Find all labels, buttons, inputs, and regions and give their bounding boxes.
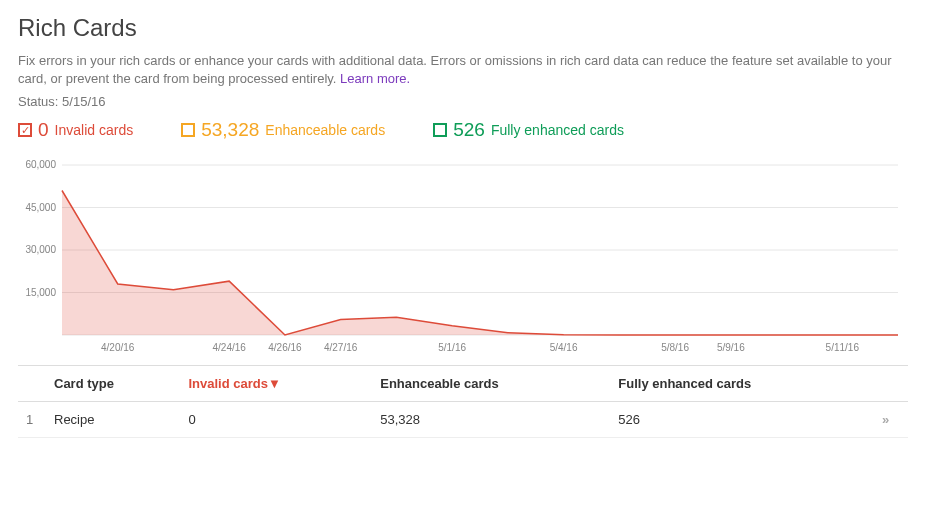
cell-enhanceable: 53,328: [372, 402, 610, 438]
table-header-row: Card type Invalid cards▼ Enhanceable car…: [18, 366, 908, 402]
svg-text:5/1/16: 5/1/16: [438, 342, 466, 353]
svg-text:15,000: 15,000: [25, 287, 56, 298]
desc-text: Fix errors in your rich cards or enhance…: [18, 53, 892, 86]
cell-card-type: Recipe: [46, 402, 180, 438]
col-card-type[interactable]: Card type: [46, 366, 180, 402]
legend-invalid-label: Invalid cards: [55, 122, 134, 138]
col-full[interactable]: Fully enhanced cards: [610, 366, 874, 402]
legend-full[interactable]: 526 Fully enhanced cards: [433, 119, 624, 141]
legend: ✓ 0 Invalid cards 53,328 Enhanceable car…: [18, 119, 908, 141]
svg-text:5/4/16: 5/4/16: [550, 342, 578, 353]
col-enhanceable[interactable]: Enhanceable cards: [372, 366, 610, 402]
chart-svg: 15,00030,00045,00060,0004/20/164/24/164/…: [18, 157, 908, 357]
status-date: Status: 5/15/16: [18, 94, 908, 109]
sort-desc-icon: ▼: [268, 376, 281, 391]
col-invalid-label: Invalid cards: [188, 376, 267, 391]
cell-invalid: 0: [180, 402, 372, 438]
legend-enhanceable-count: 53,328: [201, 119, 259, 141]
table-row[interactable]: 1Recipe053,328526»: [18, 402, 908, 438]
row-expand-icon[interactable]: »: [874, 402, 908, 438]
legend-invalid[interactable]: ✓ 0 Invalid cards: [18, 119, 133, 141]
svg-text:5/11/16: 5/11/16: [826, 342, 860, 353]
page-description: Fix errors in your rich cards or enhance…: [18, 52, 908, 88]
svg-text:5/9/16: 5/9/16: [717, 342, 745, 353]
row-index: 1: [18, 402, 46, 438]
svg-text:4/20/16: 4/20/16: [101, 342, 135, 353]
learn-more-link[interactable]: Learn more.: [340, 71, 410, 86]
svg-text:60,000: 60,000: [25, 159, 56, 170]
col-idx: [18, 366, 46, 402]
col-invalid[interactable]: Invalid cards▼: [180, 366, 372, 402]
chart: 15,00030,00045,00060,0004/20/164/24/164/…: [18, 157, 908, 357]
svg-text:45,000: 45,000: [25, 202, 56, 213]
svg-text:30,000: 30,000: [25, 244, 56, 255]
legend-enhanceable[interactable]: 53,328 Enhanceable cards: [181, 119, 385, 141]
checkbox-icon[interactable]: [181, 123, 195, 137]
svg-text:4/24/16: 4/24/16: [213, 342, 247, 353]
page-title: Rich Cards: [18, 14, 908, 42]
card-table: Card type Invalid cards▼ Enhanceable car…: [18, 365, 908, 438]
checkbox-icon[interactable]: [433, 123, 447, 137]
legend-invalid-count: 0: [38, 119, 49, 141]
checkbox-icon[interactable]: ✓: [18, 123, 32, 137]
legend-enhanceable-label: Enhanceable cards: [265, 122, 385, 138]
col-actions: [874, 366, 908, 402]
svg-text:4/26/16: 4/26/16: [268, 342, 302, 353]
svg-text:5/8/16: 5/8/16: [661, 342, 689, 353]
legend-full-label: Fully enhanced cards: [491, 122, 624, 138]
svg-text:4/27/16: 4/27/16: [324, 342, 358, 353]
legend-full-count: 526: [453, 119, 485, 141]
cell-full: 526: [610, 402, 874, 438]
